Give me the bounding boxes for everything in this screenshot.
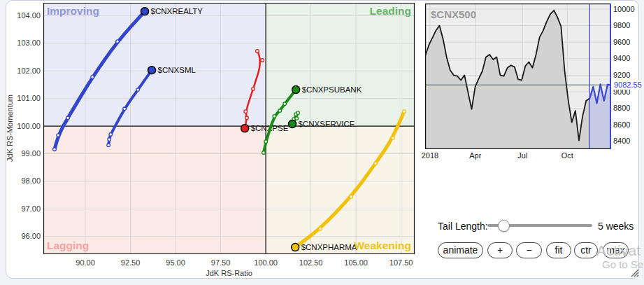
tail-marker: [392, 137, 395, 140]
tail-marker: [108, 138, 111, 141]
tail-marker: [264, 140, 268, 144]
tail-marker: [109, 133, 113, 137]
quadrant-lagging: [43, 126, 266, 254]
x-tick: 100.00: [250, 258, 282, 267]
mini-chart-title: $CNX500: [431, 8, 476, 20]
tail-marker: [296, 111, 300, 115]
tail-marker: [107, 144, 110, 147]
fit-button[interactable]: fit: [546, 242, 571, 258]
series-head-$CNXPSE[interactable]: [241, 125, 249, 132]
series-label-$CNXSERVICE: $CNXSERVICE: [299, 120, 355, 128]
tail-marker: [283, 102, 287, 106]
price-y-tick: 8400: [613, 137, 630, 145]
y-tick: 96.00: [14, 232, 41, 240]
tail-length-value: 5 weeks: [598, 221, 634, 232]
series-head-$CNXSERVICE[interactable]: [289, 120, 296, 127]
tail-marker: [262, 151, 266, 155]
tail-marker: [245, 116, 249, 120]
series-label-$CNXSML: $CNXSML: [158, 66, 196, 74]
zoom-in-button[interactable]: +: [487, 242, 513, 258]
animate-button[interactable]: animate: [438, 242, 483, 258]
tail-marker: [403, 110, 406, 113]
tail-marker: [273, 115, 276, 118]
tail-marker: [252, 88, 255, 91]
tail-marker: [244, 110, 248, 113]
tail-marker: [374, 162, 378, 165]
price-y-tick: 9200: [613, 71, 630, 79]
y-tick: 102.00: [14, 67, 41, 75]
series-label-$CNXREALTY: $CNXREALTY: [150, 7, 203, 15]
quadrant-improving: [43, 3, 266, 126]
y-tick: 97.00: [14, 204, 41, 213]
tail-marker: [53, 148, 57, 151]
x-axis-title: JdK RS-Ratio: [43, 269, 415, 277]
tail-marker: [136, 88, 140, 92]
series-head-$CNXPHARMA[interactable]: [292, 244, 299, 251]
x-tick: 97.50: [205, 258, 237, 267]
tail-marker: [57, 134, 60, 137]
tail-length-slider-thumb[interactable]: [498, 220, 510, 232]
tail-length-label: Tail Length:: [438, 221, 488, 232]
series-head-$CNXSML[interactable]: [148, 67, 156, 74]
tail-marker: [319, 227, 322, 230]
y-tick: 100.00: [14, 122, 41, 130]
tail-marker: [256, 50, 259, 53]
tail-marker: [91, 76, 94, 79]
price-y-tick: 9400: [613, 54, 630, 62]
rrg-chart: $CNXREALTY$CNXSML$CNXPSE$CNXPSUBANK$CNXS…: [43, 3, 415, 254]
quadrant-leading: [266, 3, 415, 126]
y-tick: 98.00: [14, 176, 41, 185]
x-tick: 90.00: [69, 258, 101, 267]
quadrant-label-improving: Improving: [47, 5, 99, 17]
tail-marker: [66, 116, 70, 120]
x-tick: 107.50: [385, 258, 417, 267]
price-y-tick: 9800: [613, 21, 630, 29]
x-tick: 95.00: [159, 258, 192, 267]
y-tick: 101.00: [14, 94, 41, 102]
price-chart[interactable]: $CNX500: [425, 4, 611, 149]
rrg-app: $CNXREALTY$CNXSML$CNXPSE$CNXPSUBANK$CNXS…: [0, 0, 644, 285]
x-tick: 102.50: [295, 258, 327, 267]
quadrant-weakening: [266, 126, 415, 254]
y-tick: 103.00: [14, 39, 41, 47]
max-button[interactable]: max: [603, 242, 629, 258]
x-tick: 92.50: [115, 258, 147, 267]
tail-marker: [116, 40, 120, 43]
series-head-$CNXREALTY[interactable]: [141, 8, 148, 15]
price-y-tick: 8600: [613, 120, 630, 129]
price-x-tick: 2018: [416, 151, 444, 160]
price-tail-fill: [589, 84, 611, 148]
price-x-tick: Jul: [508, 151, 536, 160]
price-x-tick: Apr: [461, 151, 489, 160]
quadrant-label-weakening: Weakening: [354, 239, 411, 251]
tail-marker: [261, 59, 264, 62]
series-label-$CNXPHARMA: $CNXPHARMA: [301, 243, 357, 251]
y-tick: 104.00: [14, 11, 41, 20]
ctr-button[interactable]: ctr: [574, 242, 598, 258]
y-tick: 99.00: [14, 149, 41, 158]
last-price-label: 9082.55: [613, 81, 643, 90]
quadrant-label-lagging: Lagging: [47, 239, 89, 251]
tail-marker: [350, 195, 353, 199]
price-y-tick: 8800: [613, 104, 630, 112]
rrg-plot-area: $CNXREALTY$CNXSML$CNXPSE$CNXPSUBANK$CNXS…: [43, 3, 415, 254]
x-tick: 105.00: [340, 258, 372, 267]
price-x-tick: Oct: [553, 151, 581, 160]
y-axis-title: JdK RS-Momentum: [6, 79, 14, 177]
zoom-out-button[interactable]: −: [516, 242, 542, 258]
price-plot-area: $CNX500: [425, 4, 611, 149]
price-y-tick: 10000: [613, 5, 635, 13]
tail-marker: [123, 107, 127, 111]
resize-handle-icon[interactable]: [629, 267, 640, 277]
series-label-$CNXPSUBANK: $CNXPSUBANK: [302, 85, 362, 94]
tail-marker: [278, 109, 282, 113]
price-y-tick: 9600: [613, 38, 630, 46]
series-head-$CNXPSUBANK[interactable]: [292, 86, 300, 94]
quadrant-label-leading: Leading: [370, 5, 411, 17]
